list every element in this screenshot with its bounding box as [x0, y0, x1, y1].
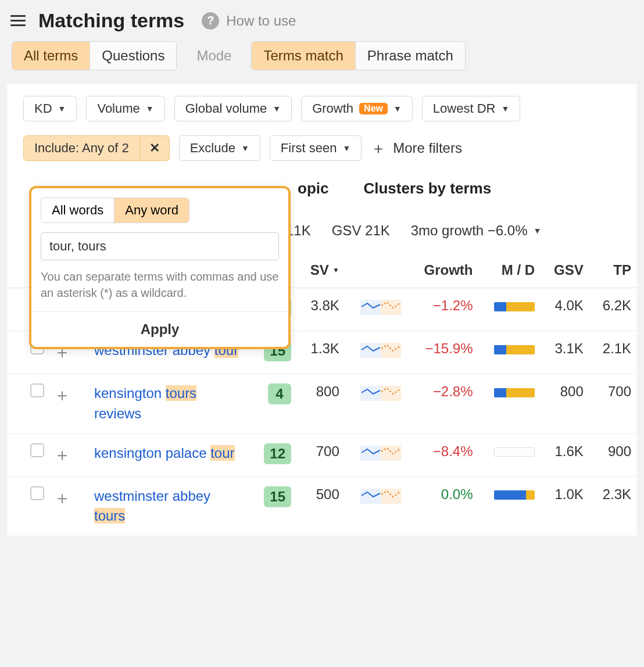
- filter-lowest-dr[interactable]: Lowest DR ▼: [422, 96, 520, 121]
- kd-badge: 4: [268, 383, 291, 404]
- apply-button[interactable]: Apply: [31, 311, 288, 347]
- svg-rect-9: [381, 489, 401, 504]
- cell-gsv: 1.6K: [541, 433, 589, 476]
- cell-gsv: 1.0K: [541, 476, 589, 536]
- filter-growth-label: Growth: [312, 101, 353, 116]
- chevron-down-icon: ▼: [534, 226, 542, 235]
- cell-growth: −1.2%: [407, 288, 478, 331]
- filter-exclude[interactable]: Exclude ▼: [179, 135, 260, 161]
- popover-help-text: You can separate terms with commas and u…: [41, 268, 279, 301]
- plus-icon: ＋: [371, 138, 386, 159]
- filter-growth[interactable]: Growth New ▼: [301, 96, 413, 121]
- filter-include-active[interactable]: Include: Any of 2 ✕: [23, 135, 170, 161]
- filter-volume[interactable]: Volume ▼: [86, 96, 164, 121]
- cell-sv: 800: [297, 374, 345, 434]
- md-bar: [494, 388, 535, 397]
- add-row-button[interactable]: ＋: [53, 385, 71, 404]
- filter-kd-label: KD: [34, 101, 52, 116]
- cell-growth: −2.8%: [407, 374, 478, 434]
- summary-gsv: GSV 21K: [332, 223, 390, 239]
- filter-lowest-dr-label: Lowest DR: [433, 101, 496, 116]
- popover-tab-any-word[interactable]: Any word: [114, 198, 189, 223]
- cell-md: [479, 476, 541, 536]
- chevron-down-icon: ▼: [58, 104, 66, 113]
- col-md[interactable]: M / D: [479, 253, 541, 288]
- filter-exclude-label: Exclude: [190, 141, 235, 156]
- filter-volume-label: Volume: [97, 101, 139, 116]
- cell-md: [479, 433, 541, 476]
- cell-spark: [345, 476, 407, 536]
- hamburger-menu-icon[interactable]: [10, 15, 26, 26]
- row-checkbox[interactable]: [30, 383, 44, 397]
- summary-growth-dropdown[interactable]: 3mo growth −6.0% ▼: [411, 223, 542, 239]
- mode-segment: Terms match Phrase match: [251, 41, 465, 70]
- filter-kd[interactable]: KD ▼: [23, 96, 77, 121]
- row-checkbox[interactable]: [30, 443, 44, 457]
- chevron-down-icon: ▼: [501, 104, 509, 113]
- cell-tp: 900: [589, 433, 637, 476]
- svg-rect-6: [360, 446, 381, 461]
- cell-sv: 3.8K: [297, 288, 345, 331]
- how-to-use-link[interactable]: How to use: [226, 13, 296, 29]
- cell-sv: 500: [297, 476, 345, 536]
- add-row-button[interactable]: ＋: [53, 488, 71, 507]
- cell-gsv: 800: [541, 374, 589, 434]
- kd-badge: 15: [264, 486, 291, 507]
- row-checkbox[interactable]: [30, 486, 44, 500]
- mode-label: Mode: [196, 48, 231, 64]
- cell-tp: 2.1K: [589, 331, 637, 374]
- kd-badge: 12: [264, 443, 291, 464]
- popover-tab-all-words[interactable]: All words: [41, 198, 114, 223]
- cell-md: [479, 374, 541, 434]
- keyword-link[interactable]: westminster abbey tours: [94, 488, 210, 524]
- more-filters-label: More filters: [393, 140, 462, 156]
- table-row: ＋kensington palace tour12700−8.4%1.6K900: [7, 433, 637, 476]
- new-badge: New: [359, 103, 388, 114]
- filter-global-volume-label: Global volume: [185, 101, 267, 116]
- col-tp[interactable]: TP: [589, 253, 637, 288]
- more-filters-button[interactable]: ＋ More filters: [371, 138, 462, 159]
- tab-all-terms[interactable]: All terms: [12, 42, 90, 70]
- cell-growth: −8.4%: [407, 433, 478, 476]
- cell-tp: 6.2K: [589, 288, 637, 331]
- tab-questions[interactable]: Questions: [90, 42, 176, 70]
- help-icon[interactable]: ?: [202, 12, 219, 30]
- page-title: Matching terms: [38, 9, 184, 32]
- term-type-segment: All terms Questions: [12, 41, 177, 70]
- table-row: ＋westminster abbey tours155000.0%1.0K2.3…: [7, 476, 637, 536]
- add-row-button[interactable]: ＋: [53, 445, 71, 464]
- filter-global-volume[interactable]: Global volume ▼: [174, 96, 292, 121]
- cell-growth: 0.0%: [407, 476, 478, 536]
- cell-md: [479, 288, 541, 331]
- keyword-link[interactable]: kensington tours reviews: [94, 385, 196, 421]
- md-bar: [494, 345, 535, 354]
- cell-sv: 1.3K: [297, 331, 345, 374]
- keyword-link[interactable]: kensington palace tour: [94, 445, 235, 461]
- chevron-down-icon: ▼: [146, 104, 154, 113]
- cell-spark: [345, 288, 407, 331]
- cell-gsv: 3.1K: [541, 331, 589, 374]
- tab-clusters-by-terms[interactable]: Clusters by terms: [363, 180, 491, 205]
- tab-parent-topic[interactable]: opic: [298, 180, 328, 205]
- cell-sv: 700: [297, 433, 345, 476]
- chevron-down-icon: ▼: [241, 144, 249, 153]
- col-growth[interactable]: Growth: [407, 253, 478, 288]
- md-bar: [494, 302, 535, 311]
- cell-md: [479, 331, 541, 374]
- svg-rect-4: [360, 386, 381, 401]
- include-terms-input[interactable]: [41, 232, 279, 260]
- cell-growth: −15.9%: [407, 331, 478, 374]
- filter-first-seen-label: First seen: [281, 141, 337, 156]
- col-gsv[interactable]: GSV: [541, 253, 589, 288]
- svg-rect-5: [381, 386, 401, 401]
- cell-spark: [345, 374, 407, 434]
- filter-first-seen[interactable]: First seen ▼: [270, 135, 362, 161]
- col-sv[interactable]: SV▼: [297, 253, 345, 288]
- filter-include-label: Include: Any of 2: [24, 136, 139, 160]
- tab-terms-match[interactable]: Terms match: [252, 42, 355, 70]
- include-filter-popover: All words Any word You can separate term…: [29, 186, 291, 349]
- table-row: ＋kensington tours reviews4800−2.8%800700: [7, 374, 637, 434]
- tab-phrase-match[interactable]: Phrase match: [355, 42, 465, 70]
- cell-tp: 2.3K: [589, 476, 637, 536]
- close-icon[interactable]: ✕: [139, 136, 169, 160]
